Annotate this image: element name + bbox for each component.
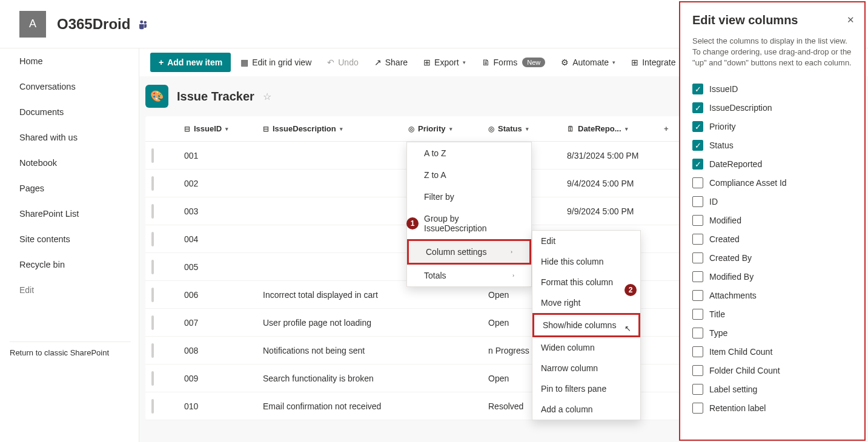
favorite-star-icon[interactable]: ☆: [263, 91, 271, 102]
column-option-datereported[interactable]: ✓DateReported: [692, 155, 852, 174]
automate-button[interactable]: ⚙ Automate ▾: [555, 54, 621, 71]
nav-edit[interactable]: Edit: [0, 277, 139, 303]
forms-button[interactable]: 🗎 Forms New: [475, 54, 552, 71]
column-option-issuedescription[interactable]: ✓IssueDescription: [692, 99, 852, 117]
column-option-created[interactable]: Created: [692, 230, 852, 249]
checkbox-icon[interactable]: [692, 234, 703, 245]
filter-by[interactable]: Filter by: [407, 186, 531, 208]
checkbox-icon[interactable]: ✓: [692, 84, 703, 94]
column-option-item-child-count[interactable]: Item Child Count: [692, 343, 852, 361]
column-option-label: Item Child Count: [709, 347, 772, 357]
checkbox-icon[interactable]: [692, 215, 703, 226]
submenu-widen-column[interactable]: Widen column: [532, 337, 640, 358]
column-option-label: Title: [709, 309, 725, 319]
row-handle[interactable]: [151, 371, 154, 386]
checkbox-icon[interactable]: [692, 309, 703, 320]
nav-item-home[interactable]: Home: [0, 48, 139, 74]
totals[interactable]: Totals ›: [407, 265, 531, 286]
submenu-narrow-column[interactable]: Narrow column: [532, 358, 640, 378]
checkbox-icon[interactable]: [692, 196, 703, 207]
checkbox-icon[interactable]: [692, 290, 703, 301]
submenu-show-hide-columns[interactable]: Show/hide columns ↖: [532, 313, 640, 337]
edit-grid-button[interactable]: ▦ Edit in grid view: [234, 54, 317, 71]
checkbox-icon[interactable]: ✓: [692, 121, 703, 132]
nav-item-sharepoint-list[interactable]: SharePoint List: [0, 201, 139, 226]
checkbox-icon[interactable]: [692, 328, 703, 338]
nav-item-site-contents[interactable]: Site contents: [0, 226, 139, 252]
checkbox-icon[interactable]: [692, 177, 703, 188]
column-option-attachments[interactable]: Attachments: [692, 286, 852, 305]
nav-item-shared-with-us[interactable]: Shared with us: [0, 125, 139, 150]
submenu-pin-filters[interactable]: Pin to filters pane: [532, 378, 640, 399]
integrate-button[interactable]: ⊞ Integrate: [625, 54, 681, 71]
submenu-hide-column[interactable]: Hide this column: [532, 251, 640, 272]
close-icon[interactable]: ✕: [847, 15, 855, 25]
nav-item-documents[interactable]: Documents: [0, 99, 139, 125]
row-handle[interactable]: [151, 204, 154, 219]
text-icon: ⊟: [263, 125, 269, 133]
checkbox-icon[interactable]: ✓: [692, 159, 703, 170]
column-settings[interactable]: Column settings ›: [407, 239, 531, 265]
submenu-add-column[interactable]: Add a column: [532, 399, 640, 420]
submenu-edit[interactable]: Edit: [532, 231, 640, 251]
row-handle[interactable]: [151, 343, 154, 358]
return-classic-link[interactable]: Return to classic SharePoint: [10, 341, 131, 357]
checkbox-icon[interactable]: ✓: [692, 140, 703, 151]
column-option-retention-label[interactable]: Retention label: [692, 399, 852, 418]
group-by[interactable]: 1 Group by IssueDescription: [407, 208, 531, 239]
export-button[interactable]: ⊞ Export ▾: [417, 54, 471, 71]
choice-icon: ◎: [408, 125, 414, 133]
column-option-status[interactable]: ✓Status: [692, 136, 852, 155]
column-option-priority[interactable]: ✓Priority: [692, 117, 852, 136]
row-handle[interactable]: [151, 399, 154, 414]
column-option-modified-by[interactable]: Modified By: [692, 268, 852, 286]
row-handle[interactable]: [151, 288, 154, 302]
sort-atoz[interactable]: A to Z: [407, 142, 531, 164]
submenu-move-right[interactable]: Move right 2: [532, 292, 640, 313]
column-option-label-setting[interactable]: Label setting: [692, 380, 852, 399]
column-option-compliance-asset-id[interactable]: Compliance Asset Id: [692, 174, 852, 193]
undo-button[interactable]: ↶ Undo: [321, 54, 364, 71]
row-handle[interactable]: [151, 232, 154, 246]
add-new-item-button[interactable]: + Add new item: [150, 53, 231, 72]
row-handle[interactable]: [151, 260, 154, 274]
add-column-button[interactable]: +: [658, 124, 682, 133]
nav-item-recycle-bin[interactable]: Recycle bin: [0, 252, 139, 277]
column-option-label: Label setting: [709, 384, 757, 394]
column-option-modified[interactable]: Modified: [692, 211, 852, 230]
column-header-description[interactable]: ⊟ IssueDescription ▾: [257, 124, 402, 133]
sort-ztoa[interactable]: Z to A: [407, 164, 531, 186]
cell-issueid: 006: [178, 290, 257, 300]
row-handle[interactable]: [151, 148, 154, 163]
checkbox-icon[interactable]: [692, 346, 703, 357]
column-header-issueid[interactable]: ⊟ IssueID ▾: [178, 124, 257, 133]
nav-item-notebook[interactable]: Notebook: [0, 150, 139, 176]
nav-item-conversations[interactable]: Conversations: [0, 74, 139, 99]
nav-item-pages[interactable]: Pages: [0, 176, 139, 201]
checkbox-icon[interactable]: [692, 252, 703, 263]
column-option-type[interactable]: Type: [692, 324, 852, 343]
cell-date: 8/31/2024 5:00 PM: [561, 151, 664, 160]
site-title[interactable]: O365Droid: [57, 16, 130, 33]
checkbox-icon[interactable]: [692, 384, 703, 395]
row-handle[interactable]: [151, 176, 154, 191]
checkbox-icon[interactable]: [692, 365, 703, 376]
checkbox-icon[interactable]: ✓: [692, 102, 703, 113]
column-option-id[interactable]: ID: [692, 193, 852, 211]
checkbox-icon[interactable]: [692, 271, 703, 282]
column-option-issueid[interactable]: ✓IssueID: [692, 80, 852, 99]
checkbox-icon[interactable]: [692, 403, 703, 414]
column-option-title[interactable]: Title: [692, 305, 852, 324]
column-header-status[interactable]: ◎ Status ▾: [482, 124, 561, 133]
column-option-created-by[interactable]: Created By: [692, 249, 852, 268]
share-icon: ↗: [374, 58, 382, 67]
column-option-folder-child-count[interactable]: Folder Child Count: [692, 361, 852, 380]
share-button[interactable]: ↗ Share: [368, 54, 414, 71]
cell-issueid: 008: [178, 346, 257, 355]
col-label-issueid: IssueID: [194, 124, 222, 133]
column-header-date[interactable]: 🗓 DateRepo... ▾: [561, 124, 658, 133]
column-header-priority[interactable]: ◎ Priority ▾: [402, 124, 482, 133]
row-handle[interactable]: [151, 315, 154, 330]
cell-issueid: 010: [178, 401, 257, 411]
teams-icon[interactable]: [137, 19, 148, 30]
